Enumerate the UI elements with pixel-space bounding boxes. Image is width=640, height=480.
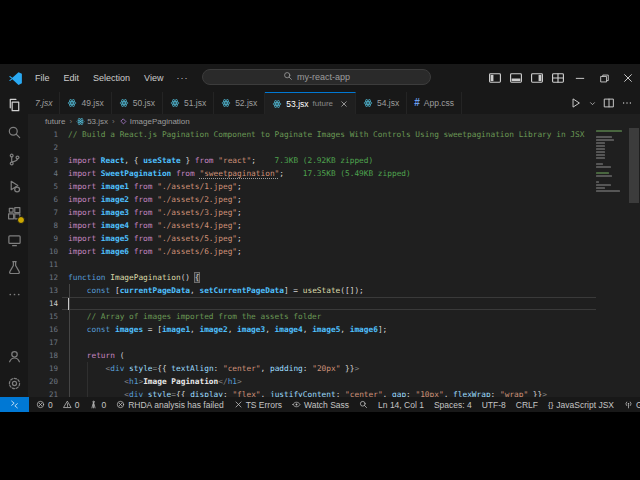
toggle-sidebar-icon[interactable]	[484, 64, 505, 92]
customize-layout-icon[interactable]	[547, 64, 568, 92]
menu-file[interactable]: File	[28, 69, 57, 87]
code-token: image2	[199, 325, 227, 334]
breadcrumb-label: future	[45, 117, 65, 126]
run-button[interactable]	[568, 92, 584, 114]
tab-50-jsx[interactable]: 50.jsx	[112, 92, 163, 114]
run-dropdown-icon[interactable]	[586, 92, 599, 114]
activity-search-icon[interactable]	[0, 119, 28, 146]
activity-account-icon[interactable]	[0, 343, 28, 370]
activity-settings-icon[interactable]	[0, 370, 28, 397]
react-file-icon	[363, 98, 373, 108]
minimize-button[interactable]	[568, 64, 592, 92]
activity-testing-icon[interactable]	[0, 254, 28, 281]
status-eol[interactable]: CRLF	[511, 397, 543, 412]
status-encoding[interactable]: UTF-8	[477, 397, 511, 412]
status-rhda-status[interactable]: RHDA analysis has failed	[111, 397, 228, 412]
tower-icon	[89, 400, 98, 409]
breadcrumb-separator: ›	[69, 117, 72, 126]
menu-view[interactable]: View	[137, 69, 170, 87]
tab-app-css[interactable]: #App.css	[407, 92, 462, 114]
code-token: from	[134, 182, 157, 191]
activity-run-debug-icon[interactable]	[0, 173, 28, 200]
breadcrumb-item-imagepagination[interactable]: ImagePagination	[119, 117, 190, 126]
status-search-status[interactable]	[354, 397, 373, 412]
code-token: "center"	[345, 390, 383, 397]
tab-49-jsx[interactable]: 49.jsx	[60, 92, 111, 114]
symbol-icon	[119, 117, 128, 126]
breadcrumb-item-53.jsx[interactable]: 53.jsx	[76, 117, 108, 126]
activity-source-control-icon[interactable]	[0, 146, 28, 173]
menu-edit[interactable]: Edit	[57, 69, 87, 87]
status-label: RHDA analysis has failed	[128, 400, 223, 410]
activity-remote-explorer-icon[interactable]	[0, 227, 28, 254]
status-label: Spaces: 4	[434, 400, 472, 410]
menu-overflow-button[interactable]: ···	[170, 73, 194, 83]
status-go-live[interactable]: Go Live	[619, 397, 640, 412]
close-button[interactable]	[616, 64, 640, 92]
restore-button[interactable]	[592, 64, 616, 92]
tab-7-jsx[interactable]: 7.jsx	[28, 92, 60, 114]
status-ports-count[interactable]: 0	[84, 397, 111, 412]
command-center-search[interactable]: my-react-app	[202, 69, 431, 85]
breadcrumb[interactable]: future›53.jsx›ImagePagination	[28, 114, 640, 128]
status-indentation[interactable]: Spaces: 4	[429, 397, 477, 412]
code-token: :	[214, 364, 223, 373]
code-line: import image4 from "./assets/4.jpeg";	[68, 219, 584, 232]
tab-51-jsx[interactable]: 51.jsx	[163, 92, 214, 114]
status-watch-sass[interactable]: Watch Sass	[287, 397, 354, 412]
line-number: 11	[28, 258, 58, 271]
code-token: from	[176, 169, 199, 178]
editor[interactable]: 123456789101112131415161718192021 // Bui…	[28, 128, 640, 397]
minimap-line	[596, 163, 603, 165]
code-token: import	[68, 208, 101, 217]
react-icon	[76, 117, 85, 126]
minimap-line	[596, 142, 605, 144]
minimap-line	[596, 151, 605, 153]
tab-52-jsx[interactable]: 52.jsx	[214, 92, 265, 114]
scrollbar[interactable]	[628, 128, 640, 397]
tab-53-jsx[interactable]: 53.jsxfuture	[265, 92, 356, 114]
screen: FileEditSelectionView ··· my-react-app	[0, 0, 640, 480]
status-ts-errors[interactable]: TS Errors	[229, 397, 287, 412]
code-token: {{	[176, 390, 190, 397]
scrollbar-slider[interactable]	[629, 128, 639, 203]
toggle-panel-icon[interactable]	[505, 64, 526, 92]
status-label: CRLF	[516, 400, 538, 410]
minimap-line	[596, 175, 612, 177]
more-actions-icon[interactable]	[619, 92, 635, 114]
code-token: "react"	[218, 156, 251, 165]
status-label: 0	[48, 400, 53, 410]
code-token: setCurrentPageData	[199, 286, 284, 295]
tab-close-icon[interactable]	[340, 100, 348, 108]
broadcast-icon	[624, 400, 633, 409]
activity-extensions-icon[interactable]	[0, 200, 28, 227]
code-token: image4	[275, 325, 303, 334]
code-token: return	[87, 351, 115, 360]
toggle-secondary-sidebar-icon[interactable]	[526, 64, 547, 92]
breadcrumb-label: 53.jsx	[87, 117, 108, 126]
code-token: // Build a React.js Pagination Component…	[68, 130, 584, 139]
menu-selection[interactable]: Selection	[86, 69, 137, 87]
line-number: 19	[28, 362, 58, 375]
code-token	[68, 351, 87, 360]
code-token: image1	[101, 182, 129, 191]
search-value: my-react-app	[297, 72, 350, 82]
code-token: ,	[228, 325, 237, 334]
breadcrumb-item-future[interactable]: future	[45, 117, 65, 126]
code-token: image3	[237, 325, 265, 334]
eye-icon	[292, 400, 301, 409]
status-warnings-count[interactable]: 0	[58, 397, 85, 412]
vscode-window: FileEditSelectionView ··· my-react-app	[0, 64, 640, 412]
status-remote-indicator[interactable]	[0, 397, 29, 412]
status-errors-count[interactable]: 0	[31, 397, 58, 412]
minimap[interactable]	[596, 130, 623, 193]
status-language-mode[interactable]: {}JavaScript JSX	[543, 397, 619, 412]
activity-more-icon[interactable]	[0, 281, 28, 308]
activity-explorer-icon[interactable]	[0, 92, 28, 119]
status-cursor-position[interactable]: Ln 14, Col 1	[373, 397, 429, 412]
close-small-icon	[234, 400, 243, 409]
tab-54-jsx[interactable]: 54.jsx	[356, 92, 407, 114]
editor-actions	[568, 92, 640, 114]
split-editor-icon[interactable]	[601, 92, 617, 114]
code-token: import	[68, 195, 101, 204]
